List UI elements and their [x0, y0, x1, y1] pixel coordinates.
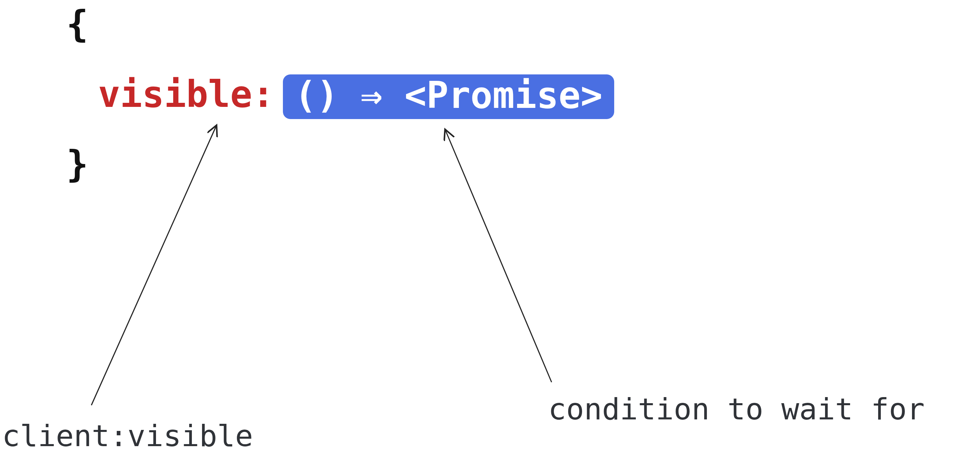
code-key: visible — [98, 73, 252, 115]
code-row: visible:() ⇒ <Promise> — [98, 75, 614, 119]
annotation-arrows — [0, 0, 980, 460]
arrow-right — [445, 129, 552, 382]
code-value-badge: () ⇒ <Promise> — [283, 75, 614, 119]
arrow-left — [91, 125, 216, 405]
diagram-stage: { visible:() ⇒ <Promise> } client:visibl… — [0, 0, 980, 460]
annotation-right: condition to wait for — [548, 394, 925, 424]
code-colon: : — [252, 73, 274, 115]
brace-open: { — [66, 6, 88, 43]
brace-close: } — [66, 146, 88, 182]
annotation-left: client:visible — [2, 421, 253, 451]
